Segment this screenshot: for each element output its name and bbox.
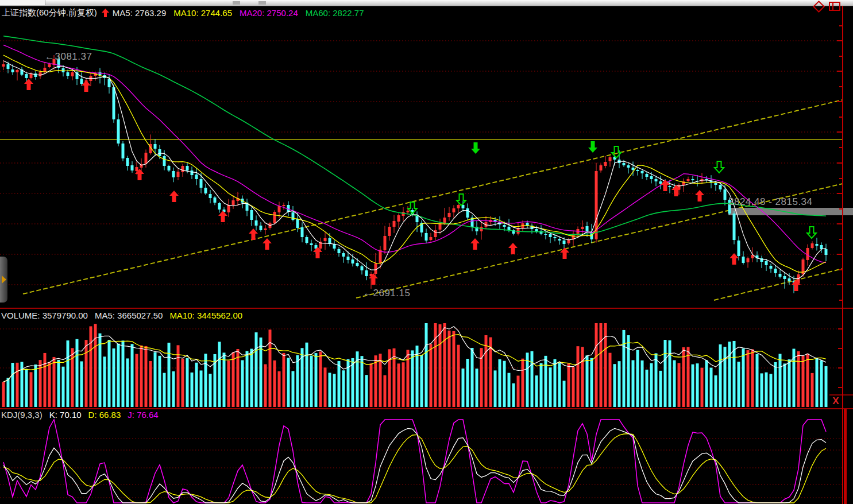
kdj-panel-header: KDJ(9,3,3) K: 70.10 D: 66.83 J: 76.64 — [1, 410, 165, 420]
kdj-d-value: D: 66.83 — [88, 410, 121, 420]
volume-panel-header: VOLUME: 3579790.00 MA5: 3665027.50 MA10:… — [1, 311, 249, 320]
ma20-value: MA20: 2750.24 — [240, 8, 298, 18]
ma5-value: MA5: 2763.29 — [113, 8, 166, 18]
split-window-icon[interactable] — [829, 2, 840, 11]
ma10-value: MA10: 2744.65 — [173, 8, 232, 18]
expand-arrow-icon — [2, 276, 6, 284]
diamond-icon[interactable] — [813, 0, 825, 12]
instrument-title: 上证指数(60分钟.前复权) — [2, 7, 97, 18]
price-label-high: ←3081.37 — [45, 51, 92, 63]
kdj-j-value: J: 76.64 — [128, 410, 158, 420]
chart-canvas[interactable] — [0, 0, 853, 504]
ma60-value: MA60: 2822.77 — [306, 8, 364, 18]
chart-title-bar: 上证指数(60分钟.前复权) MA5: 2763.29 MA10: 2744.6… — [0, 6, 853, 19]
close-panel-x-button[interactable]: X — [829, 395, 842, 407]
kdj-label: KDJ(9,3,3) — [1, 410, 43, 420]
price-label-gap: 2824.48 - 2815.34 — [728, 196, 813, 208]
trading-app-window: 上证指数(60分钟.前复权) MA5: 2763.29 MA10: 2744.6… — [0, 0, 853, 504]
volume-ma5-value: MA5: 3665027.50 — [95, 311, 163, 320]
kdj-k-value: K: 70.10 — [49, 410, 82, 420]
volume-ma10-value: MA10: 3445562.00 — [169, 311, 242, 320]
volume-value: VOLUME: 3579790.00 — [1, 311, 88, 320]
up-arrow-red-icon — [102, 9, 109, 17]
sidebar-expander-tab[interactable] — [0, 257, 7, 303]
price-label-low: ←2691.15 — [363, 288, 410, 299]
